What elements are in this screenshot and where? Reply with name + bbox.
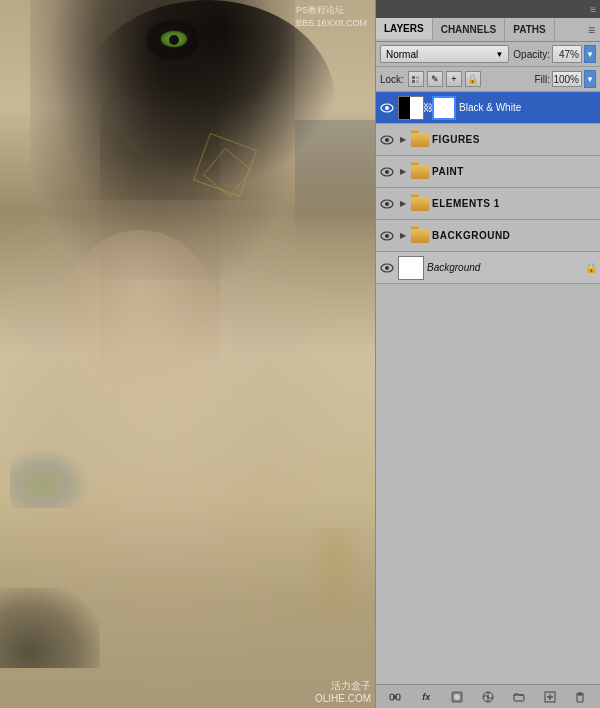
adjustment-layer-btn[interactable] [479,688,497,706]
eye-icon-figures[interactable] [379,132,395,148]
lock-all-btn[interactable]: 🔒 [465,71,481,87]
canvas-image: PS教程论坛 BBS.16XX8.COM 活力盒子 OLIHE.COM [0,0,375,708]
main-container: PS教程论坛 BBS.16XX8.COM 活力盒子 OLIHE.COM ≡ LA… [0,0,600,708]
bottom-toolbar: fx [376,684,600,708]
tab-layers[interactable]: LAYERS [376,18,433,41]
lock-position-btn[interactable]: + [446,71,462,87]
layer-name-background-group: BACKGROUND [432,230,597,241]
fill-value[interactable]: 100% [552,71,582,87]
svg-rect-27 [579,692,582,694]
layer-name-figures: FIGURES [432,134,597,145]
folder-background-group [411,229,429,243]
lock-icons: ✎ + 🔒 [408,71,481,87]
layer-mask-thumb [432,96,456,120]
svg-point-11 [385,202,389,206]
watermark-bottom-right: 活力盒子 OLIHE.COM [315,679,371,704]
fill-arrow[interactable]: ▼ [584,70,596,88]
tabs-row: LAYERS CHANNELS PATHS ≡ [376,18,600,42]
layer-item-background[interactable]: Background 🔒 [376,252,600,284]
layer-item-figures[interactable]: ▶ FIGURES [376,124,600,156]
chain-icon: ⛓ [425,98,431,118]
svg-point-9 [385,170,389,174]
layer-name-paint: PAINT [432,166,597,177]
svg-point-7 [385,138,389,142]
opacity-arrow[interactable]: ▼ [584,45,596,63]
svg-rect-0 [412,76,415,79]
tab-channels[interactable]: CHANNELS [433,18,506,41]
folder-paint [411,165,429,179]
svg-point-15 [385,266,389,270]
folder-figures [411,133,429,147]
layer-item-background-group[interactable]: ▶ BACKGROUND [376,220,600,252]
eye-icon-paint[interactable] [379,164,395,180]
panel-options-icon[interactable]: ≡ [583,21,600,39]
layer-name-black-white: Black & White [459,102,597,113]
folder-elements1 [411,197,429,211]
lock-image-btn[interactable]: ✎ [427,71,443,87]
svg-rect-3 [412,80,415,83]
layer-item-elements1[interactable]: ▶ ELEMENTS 1 [376,188,600,220]
blend-mode-row: Normal ▼ Opacity: 47% ▼ [376,42,600,67]
layer-thumb-bw [398,96,424,120]
lock-row: Lock: ✎ + 🔒 Fill: 100% ▼ [376,67,600,92]
layers-list: ⛓ Black & White ▶ FIGURES [376,92,600,684]
lock-label: Lock: [380,74,404,85]
eye-icon-background[interactable] [379,260,395,276]
opacity-value[interactable]: 47% [552,45,582,63]
arrow-figures[interactable]: ▶ [398,135,408,145]
lock-transparent-btn[interactable] [408,71,424,87]
eye-icon-background-group[interactable] [379,228,395,244]
arrow-paint[interactable]: ▶ [398,167,408,177]
svg-point-5 [385,106,389,110]
tab-paths[interactable]: PATHS [505,18,554,41]
background-lock-icon: 🔒 [585,262,597,273]
layer-item-black-white[interactable]: ⛓ Black & White [376,92,600,124]
svg-rect-2 [416,76,419,79]
svg-rect-21 [514,695,524,701]
svg-rect-1 [416,80,419,83]
svg-point-19 [454,694,460,700]
fill-control: Fill: 100% ▼ [534,70,596,88]
svg-point-13 [385,234,389,238]
delete-layer-btn[interactable] [571,688,589,706]
blend-mode-select[interactable]: Normal ▼ [380,45,509,63]
eye-icon-black-white[interactable] [379,100,395,116]
svg-rect-25 [577,695,583,702]
layer-item-paint[interactable]: ▶ PAINT [376,156,600,188]
new-layer-btn[interactable] [541,688,559,706]
layer-name-elements1: ELEMENTS 1 [432,198,597,209]
layer-thumb-background [398,256,424,280]
arrow-elements1[interactable]: ▶ [398,199,408,209]
arrow-background-group[interactable]: ▶ [398,231,408,241]
layer-name-background: Background [427,262,582,273]
opacity-control: Opacity: 47% ▼ [513,45,596,63]
layer-group-btn[interactable] [510,688,528,706]
layers-panel: ≡ LAYERS CHANNELS PATHS ≡ Normal ▼ Opaci… [375,0,600,708]
layer-mask-btn[interactable] [448,688,466,706]
watermark-top: PS教程论坛 BBS.16XX8.COM [296,4,367,29]
layer-effects-btn[interactable]: fx [417,688,435,706]
canvas-area: PS教程论坛 BBS.16XX8.COM 活力盒子 OLIHE.COM [0,0,375,708]
panel-topbar: ≡ [376,0,600,18]
panel-menu-icon[interactable]: ≡ [590,4,596,15]
link-layers-btn[interactable] [386,688,404,706]
eye-icon-elements1[interactable] [379,196,395,212]
